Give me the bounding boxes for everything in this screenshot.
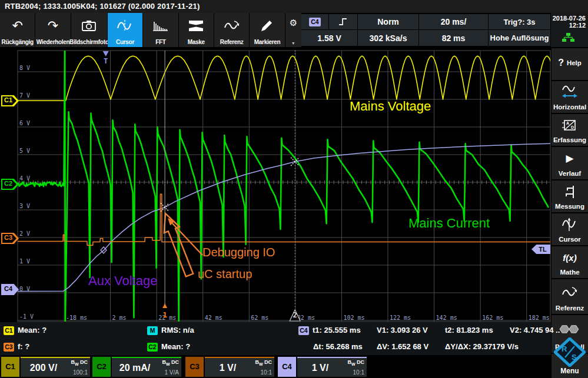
trigger-level-cell[interactable]: 1.58 V [301,30,357,46]
reference-wave-icon [561,285,579,300]
measurement-4[interactable]: C2 Mean: ? [147,340,190,353]
channel2-tab[interactable]: C2 [92,357,111,377]
window-title: RTB2004; 1333.1005K04; 101627 (02.000 20… [0,0,588,13]
screenshot-label: Bildschirmfoto [69,39,108,45]
toolbar: ↶ Rückgängig ↷ Wiederholen Bildschirmfot… [0,13,301,47]
measurement-3[interactable]: M RMS: n/a [147,324,194,337]
cursor-dt: Δt: 56.268 ms [313,340,363,353]
channel2-tag-label: C2 [3,180,14,187]
datetime-panel: 2018-07-26 12:12 [551,13,588,47]
sidebar-item-reference[interactable]: Referenz [552,279,588,314]
channel3-settings[interactable]: 1 V/ BW DC 10:1 [205,357,274,377]
time-value: 12:12 [551,22,586,29]
trigger-state-cell[interactable]: Trig?: 3s [489,14,550,29]
math-label: Mathe [560,269,579,276]
horizontal-label: Horizontal [553,103,586,111]
trigger-slope-cell[interactable] [329,14,357,29]
camera-icon [81,19,97,33]
horizontal-position-value: 82 ms [442,34,466,43]
channel1-tab[interactable]: C1 [1,357,19,377]
settings-button[interactable]: ⚙ ▾ [285,13,301,47]
channel3-position-tag[interactable]: C3 [1,233,19,244]
svg-text:T: T [104,57,108,65]
pencil-icon [259,19,275,33]
acquisition-mode-cell[interactable]: Hohe Auflösung [489,30,550,46]
channel4-settings[interactable]: 1 V/ BW DC 10:1 [297,357,367,377]
cursor-t2-value: t2: 81.823 ms [445,324,493,337]
cursor-label: Cursor [116,39,134,45]
cursor-slope: ΔY/ΔX: 29.37179 V/s [445,340,519,353]
rising-edge-icon [337,16,349,27]
channel1-scale: 200 V/ [21,358,67,377]
channel1-position-tag[interactable]: C1 [1,95,19,106]
redo-label: Wiederholen [36,39,70,45]
sidebar-item-help[interactable]: ? Help [552,48,588,80]
history-label: Verlauf [559,170,581,177]
reference-button[interactable]: Referenz [214,13,249,47]
channel2-bandwidth: BW DC [162,359,179,366]
reference-label: Referenz [220,39,244,45]
measurement-1[interactable]: C1 Mean: ? [4,324,46,337]
svg-text:-1 V: -1 V [19,313,34,320]
svg-text:42 ms: 42 ms [205,315,222,321]
channel4-probe-ratio: 10:1 [353,369,364,376]
undo-button[interactable]: ↶ Rückgängig [0,13,35,47]
channel1-settings[interactable]: 200 V/ BW DC 100:1 [21,357,90,377]
sidebar-item-acquisition[interactable]: A D Erfassung [552,114,588,146]
trigger-source-cell[interactable]: C4 [301,14,328,29]
annotation-uc-startup: uC startup [198,267,252,281]
measurement1-channel-badge: C1 [4,326,14,335]
channel3-tag-label: C3 [3,234,14,241]
annotate-button[interactable]: Markieren [250,13,284,47]
cursor-v2-value: V2: 4.745 94 .. [510,324,560,337]
measurement4-value: Mean: ? [161,340,190,353]
channel4-tab[interactable]: C4 [278,357,296,377]
sidebar-item-history[interactable]: ▶ Verlauf [552,147,588,179]
timebase-cell[interactable]: 20 ms/ [419,14,488,29]
channel2-settings[interactable]: 20 mA/ BW DC 1 V/A [112,357,181,377]
trigger-mode-cell[interactable]: Norm [358,14,418,29]
channel3-tab[interactable]: C3 [185,357,204,377]
mask-button[interactable]: Maske [179,13,214,47]
fft-button[interactable]: FFT [143,13,178,47]
annotation-mains-voltage: Mains Voltage [350,99,431,114]
rs-logo-icon[interactable]: R S [554,337,586,367]
trigger-mode-value: Norm [377,17,399,26]
fft-label: FFT [155,39,165,45]
cursor-v1-value: V1: 3.093 26 V [377,324,428,337]
sidebar-item-cursor[interactable]: Cursor [552,213,588,245]
horizontal-position-cell[interactable]: 82 ms [419,30,488,46]
svg-text:2 ms: 2 ms [112,315,127,321]
channel4-scale: 1 V/ [297,358,343,377]
bus-signal-icon [559,323,581,336]
measurement-2[interactable]: C3 f: ? [4,340,29,353]
chevron-down-icon: ▾ [292,41,294,46]
measurement3-channel-badge: M [147,326,158,335]
sidebar-item-horizontal[interactable]: Horizontal [552,81,588,113]
redo-button[interactable]: ↷ Wiederholen [35,13,70,47]
channel2-position-tag[interactable]: C2 [1,179,19,190]
cursor-button[interactable]: Cursor [108,13,142,47]
channel4-tag-label: C4 [3,285,14,292]
trigger-level-value: 1.58 V [317,34,341,43]
channel2-scale: 20 mA/ [112,358,158,377]
horizontal-sine-icon [561,85,579,100]
undo-label: Rückgängig [2,39,34,45]
cursor-sidebar-label: Cursor [559,236,581,243]
spectrum-icon [152,19,170,33]
sidebar-item-measure[interactable]: Messung [552,180,588,212]
channel4-bandwidth: BW DC [347,359,364,366]
network-icon [562,32,575,42]
cursor-line-icon [561,217,579,232]
sidebar-item-math[interactable]: f(x) Mathe [552,246,588,278]
waveform-display[interactable]: 8 V7 V6 V5 V4 V3 V2 V1 V0 V-1 V-18 ms2 m… [0,47,552,322]
cursor-channel-badge: C4 [298,326,309,335]
channel4-position-tag[interactable]: C4 [1,284,19,295]
screenshot-button[interactable]: Bildschirmfoto [71,13,107,47]
svg-text:1: 1 [162,310,167,319]
cursor-t2: t2: 81.823 ms [445,324,493,337]
reference-sidebar-label: Referenz [556,305,584,312]
measurement3-value: RMS: n/a [161,324,194,337]
cursor-v2: V2: 4.745 94 .. [510,324,560,337]
channel1-bandwidth: BW DC [71,359,88,366]
